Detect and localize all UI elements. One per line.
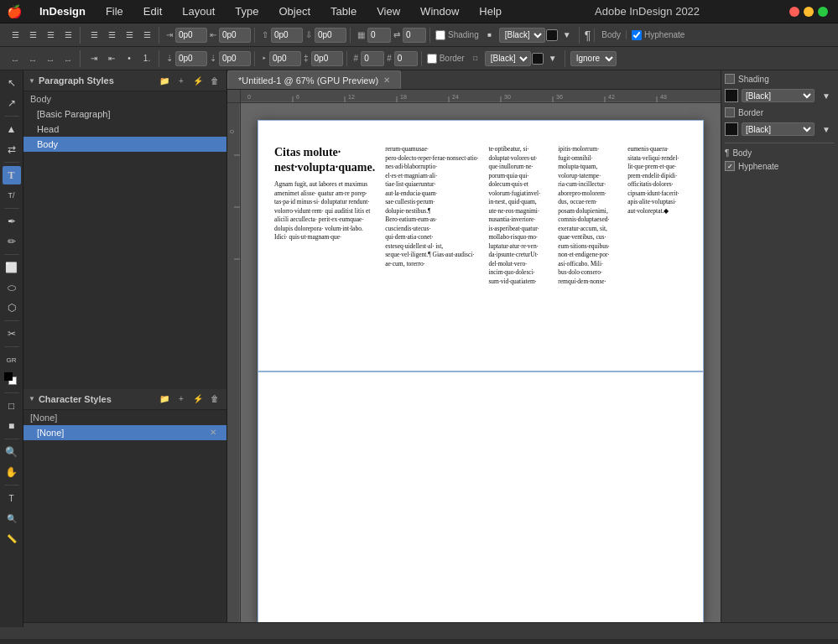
col-count-input[interactable] [367, 28, 391, 43]
rp-shading-select[interactable]: [Black] [742, 89, 815, 102]
align-right-btn[interactable]: ☰ [42, 27, 59, 44]
align-left-btn[interactable]: ☰ [7, 27, 23, 44]
canvas[interactable]: Citas molute· nest·volupta·quame. Agnam … [241, 103, 721, 622]
rect-frame-btn[interactable]: ⬜ [3, 258, 21, 277]
document-tab[interactable]: *Untitled-1 @ 67% (GPU Preview) ✕ [227, 70, 401, 89]
character-styles-header[interactable]: ▼ Character Styles 📁 + ⚡ 🗑 [23, 389, 226, 410]
outdent-btn[interactable]: ⇤ [103, 50, 120, 67]
tab-close-btn[interactable]: ✕ [383, 75, 390, 85]
gap-tool-btn[interactable]: ⇄ [3, 140, 21, 158]
selection-tool-btn[interactable]: ↖ [3, 74, 21, 92]
ps-new-style-btn[interactable]: + [174, 74, 188, 87]
paragraph-styles-header[interactable]: ▼ Paragraph Styles 📁 + ⚡ 🗑 [23, 70, 226, 91]
type-path-btn[interactable]: T/ [3, 186, 21, 205]
border-dropdown-btn[interactable]: ▼ [544, 50, 561, 67]
align-left2-btn[interactable]: ☰ [86, 27, 102, 44]
ps-head-item[interactable]: Head [23, 122, 226, 137]
text-column-3[interactable]: te·optibeatur, si· doluptat·volores·ut· … [488, 145, 548, 598]
rp-shading-check[interactable] [725, 74, 735, 84]
indent-left-input[interactable] [175, 28, 207, 43]
hyphenate-checkbox[interactable] [632, 30, 642, 40]
eyedropper-btn[interactable]: 🔍 [3, 509, 21, 527]
text-column-2[interactable]: rerum·quamusae· pero·dolecto·reper·ferae… [385, 145, 478, 598]
shading-color-swatch[interactable] [546, 29, 558, 41]
cs-none-close[interactable]: ✕ [210, 428, 216, 437]
menu-file[interactable]: File [102, 3, 127, 19]
menu-type[interactable]: Type [232, 3, 262, 19]
text-column-4[interactable]: ipitis·molorrum· fugit·omnihil· molupta·… [558, 145, 617, 598]
menu-view[interactable]: View [373, 3, 403, 19]
align-center2-btn[interactable]: ☰ [103, 27, 120, 44]
border-color-swatch[interactable] [532, 53, 544, 65]
measure-btn[interactable]: 📏 [3, 529, 21, 548]
rp-border-select[interactable]: [Black] [742, 122, 815, 136]
indent-right-input[interactable] [219, 28, 251, 43]
indent-btn[interactable]: ⇥ [86, 50, 102, 67]
pen-tool-btn[interactable]: ✒ [3, 212, 21, 231]
pencil-tool-btn[interactable]: ✏ [3, 232, 21, 251]
rp-border-dropdown[interactable]: ▼ [818, 121, 835, 138]
balance-btn[interactable]: ⎵ [60, 50, 76, 67]
rp-shading-color[interactable] [725, 89, 738, 102]
text-column-1[interactable]: Citas molute· nest·volupta·quame. Agnam … [274, 145, 375, 598]
menu-object[interactable]: Object [276, 3, 315, 19]
valign-bot-btn[interactable]: ⎵ [42, 50, 59, 67]
minimize-button[interactable] [804, 7, 814, 17]
border-icon[interactable]: □ [467, 50, 484, 67]
col-gutter-input[interactable] [403, 28, 426, 43]
para-num-input[interactable] [361, 51, 384, 66]
space-after-input[interactable] [315, 28, 346, 43]
shading-checkbox[interactable] [435, 30, 445, 40]
rp-hyphenate-check[interactable]: ✓ [725, 161, 735, 171]
menu-table[interactable]: Table [327, 3, 360, 19]
normal-mode-btn[interactable]: □ [3, 397, 21, 415]
ps-basic-paragraph-item[interactable]: [Basic Paragraph] [23, 106, 226, 122]
cs-none-item[interactable]: [None] ✕ [23, 425, 226, 440]
align-right2-btn[interactable]: ☰ [121, 27, 138, 44]
preview-mode-btn[interactable]: ■ [3, 417, 21, 435]
rule-input2[interactable] [311, 51, 343, 66]
text-column-5[interactable]: eumenis·quaera· sitata·veliqui·rendel· l… [627, 145, 687, 598]
close-button[interactable] [789, 7, 799, 17]
poly-frame-btn[interactable]: ⬡ [3, 299, 21, 317]
menu-help[interactable]: Help [476, 3, 505, 19]
drop-input[interactable] [175, 51, 207, 66]
menu-indesign[interactable]: InDesign [36, 3, 89, 19]
bullet-btn[interactable]: • [121, 50, 138, 67]
apple-menu[interactable]: 🍎 [7, 4, 23, 19]
gradient-swatch-btn[interactable]: GR [3, 351, 21, 369]
direct-select-btn[interactable]: ↗ [3, 94, 21, 112]
hand-tool-btn[interactable]: ✋ [3, 463, 21, 481]
menu-layout[interactable]: Layout [179, 3, 218, 19]
valign-top-btn[interactable]: ⎵ [7, 50, 23, 67]
zoom-tool-btn[interactable]: 🔍 [3, 443, 21, 461]
type-tool-btn[interactable]: T [3, 166, 21, 184]
border-color-select[interactable]: [Black] [485, 51, 531, 66]
align-justify2-btn[interactable]: ☰ [138, 27, 155, 44]
note-tool-btn[interactable]: T [3, 489, 21, 507]
rule-input[interactable] [269, 51, 301, 66]
rp-shading-dropdown[interactable]: ▼ [818, 87, 835, 104]
ignore-select[interactable]: Ignore [570, 51, 617, 66]
rp-border-check[interactable] [725, 107, 735, 117]
valign-mid-btn[interactable]: ⎵ [24, 50, 41, 67]
ps-delete-btn[interactable]: 🗑 [208, 74, 221, 87]
align-center-btn[interactable]: ☰ [24, 27, 41, 44]
traffic-lights[interactable] [789, 7, 828, 17]
page-tool-btn[interactable]: ▲ [3, 120, 21, 138]
shading-icon[interactable]: ■ [481, 27, 498, 44]
align-justify-btn[interactable]: ☰ [60, 27, 76, 44]
ellipse-frame-btn[interactable]: ⬭ [3, 278, 21, 297]
ps-body-item[interactable]: Body [23, 137, 226, 152]
ps-new-group-btn[interactable]: 📁 [158, 74, 171, 87]
scissors-btn[interactable]: ✂ [3, 325, 21, 343]
border-checkbox[interactable] [427, 54, 437, 64]
rp-border-color[interactable] [725, 122, 738, 136]
cs-new-style-btn[interactable]: + [174, 392, 188, 406]
menu-edit[interactable]: Edit [140, 3, 165, 19]
space-before-input[interactable] [271, 28, 303, 43]
zoom-button[interactable] [818, 7, 828, 17]
cs-lightning-btn[interactable]: ⚡ [191, 392, 205, 406]
drop-input2[interactable] [219, 51, 251, 66]
ps-lightning-btn[interactable]: ⚡ [191, 74, 205, 87]
